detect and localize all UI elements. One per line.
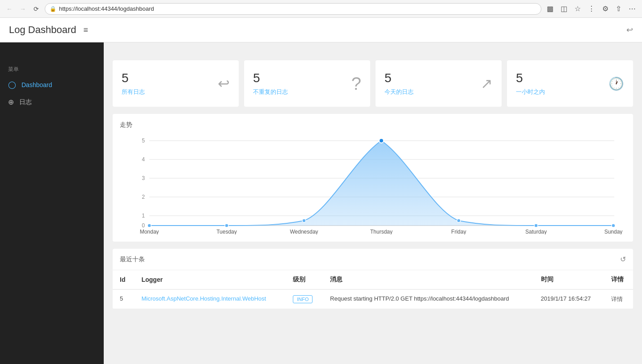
stat-number-hour: 5 xyxy=(516,71,545,85)
level-badge: INFO xyxy=(293,295,313,303)
browser-chrome: ← → ⟳ 🔒 https://localhost:44344/logdashb… xyxy=(0,0,642,18)
svg-text:1: 1 xyxy=(142,213,145,219)
sidebar-item-logs[interactable]: ⊕ 日志 xyxy=(0,93,104,111)
detail-link[interactable]: 详情 xyxy=(611,296,623,302)
svg-text:Saturday: Saturday xyxy=(525,229,547,234)
stat-info-all: 5 所有日志 xyxy=(122,71,145,96)
svg-point-18 xyxy=(534,224,538,227)
chart-title: 走势 xyxy=(120,121,626,129)
stat-label-unique: 不重复的日志 xyxy=(253,88,288,96)
chart-card: 走势 5 4 3 2 1 0 xyxy=(113,114,633,242)
all-logs-icon: ↩ xyxy=(218,75,230,92)
browser-favorite-star[interactable]: ☆ xyxy=(573,4,583,14)
stat-card-today-logs: 5 今天的日志 ↗ xyxy=(376,60,502,107)
cell-level: INFO xyxy=(286,289,323,309)
logs-table: Id Logger 级别 消息 时间 详情 5 Microsoft.AspNet… xyxy=(113,270,633,309)
browser-share-btn[interactable]: ⇧ xyxy=(614,4,623,14)
table-header-row: Id Logger 级别 消息 时间 详情 xyxy=(113,270,633,289)
svg-point-17 xyxy=(457,219,460,222)
svg-point-13 xyxy=(148,224,151,227)
browser-forward-btn[interactable]: → xyxy=(18,4,28,14)
browser-url: https://localhost:44344/logdashboard xyxy=(59,5,154,12)
svg-text:4: 4 xyxy=(142,156,145,163)
app-container: 菜单 ◯ Dashboard ⊕ 日志 5 所有日志 ↩ 5 不重复的日志 xyxy=(0,18,642,364)
lock-icon: 🔒 xyxy=(50,6,56,12)
svg-point-14 xyxy=(225,224,228,227)
page-header: Log Dashboard ≡ ↩ xyxy=(0,18,642,42)
browser-back-btn[interactable]: ← xyxy=(4,4,14,14)
stat-card-all-logs: 5 所有日志 ↩ xyxy=(113,60,239,107)
sidebar-logs-icon: ⊕ xyxy=(8,98,14,106)
table-header: 最近十条 ↺ xyxy=(113,249,633,270)
table-card: 最近十条 ↺ Id Logger 级别 消息 时间 详情 5 xyxy=(113,249,633,309)
stats-row: 5 所有日志 ↩ 5 不重复的日志 ? 5 今天的日志 ↗ xyxy=(113,60,633,107)
sidebar-dashboard-icon: ◯ xyxy=(8,80,16,89)
stat-card-hour-logs: 5 一小时之内 🕐 xyxy=(507,60,633,107)
svg-point-15 xyxy=(302,219,306,222)
col-time: 时间 xyxy=(534,270,604,289)
menu-toggle-button[interactable]: ≡ xyxy=(83,25,88,35)
cell-detail: 详情 xyxy=(604,289,633,309)
svg-point-19 xyxy=(612,224,615,227)
stat-label-hour: 一小时之内 xyxy=(516,88,545,96)
svg-text:Monday: Monday xyxy=(140,229,159,234)
sidebar: 菜单 ◯ Dashboard ⊕ 日志 xyxy=(0,18,104,364)
main-content: 5 所有日志 ↩ 5 不重复的日志 ? 5 今天的日志 ↗ xyxy=(104,18,642,364)
browser-profile-btn[interactable]: ⚙ xyxy=(600,4,610,14)
svg-text:Friday: Friday xyxy=(451,229,466,234)
browser-extensions-btn[interactable]: ▩ xyxy=(545,4,555,14)
trend-chart: 5 4 3 2 1 0 xyxy=(120,136,626,234)
table-refresh-button[interactable]: ↺ xyxy=(620,255,626,264)
stat-card-unique-logs: 5 不重复的日志 ? xyxy=(244,60,370,107)
cell-message: Request starting HTTP/2.0 GET https://lo… xyxy=(323,289,533,309)
sidebar-item-dashboard[interactable]: ◯ Dashboard xyxy=(0,76,104,93)
svg-text:5: 5 xyxy=(142,138,145,144)
table-title: 最近十条 xyxy=(120,255,145,264)
cell-time: 2019/1/17 16:54:27 xyxy=(534,289,604,309)
logger-link[interactable]: Microsoft.AspNetCore.Hosting.Internal.We… xyxy=(141,295,266,302)
svg-text:Tuesday: Tuesday xyxy=(216,229,237,234)
col-detail: 详情 xyxy=(604,270,633,289)
stat-number-today: 5 xyxy=(384,71,414,85)
stat-label-all: 所有日志 xyxy=(122,88,145,96)
browser-address-bar[interactable]: 🔒 https://localhost:44344/logdashboard xyxy=(45,3,541,15)
back-icon-button[interactable]: ↩ xyxy=(626,25,633,35)
svg-text:2: 2 xyxy=(142,194,145,200)
today-logs-icon: ↗ xyxy=(481,75,493,92)
col-id: Id xyxy=(113,270,134,289)
svg-text:0: 0 xyxy=(142,222,145,229)
svg-text:Sunday: Sunday xyxy=(604,229,623,234)
browser-split-btn[interactable]: ◫ xyxy=(559,4,569,14)
svg-point-16 xyxy=(379,138,384,143)
hour-logs-icon: 🕐 xyxy=(608,76,624,91)
sidebar-item-logs-label: 日志 xyxy=(19,98,32,106)
stat-info-unique: 5 不重复的日志 xyxy=(253,71,288,96)
browser-refresh-btn[interactable]: ⟳ xyxy=(31,4,41,14)
svg-text:3: 3 xyxy=(142,175,145,181)
unique-logs-icon: ? xyxy=(351,74,361,94)
stat-number-all: 5 xyxy=(122,71,145,85)
cell-logger: Microsoft.AspNetCore.Hosting.Internal.We… xyxy=(134,289,286,309)
col-level: 级别 xyxy=(286,270,323,289)
cell-id: 5 xyxy=(113,289,134,309)
page-title: Log Dashboard xyxy=(9,24,76,36)
svg-text:Thursday: Thursday xyxy=(370,229,393,234)
stat-info-today: 5 今天的日志 xyxy=(384,71,414,96)
page-header-right: ↩ xyxy=(626,25,633,35)
browser-more-btn[interactable]: ⋯ xyxy=(627,4,638,14)
browser-actions: ▩ ◫ ☆ ⋮ ⚙ ⇧ ⋯ xyxy=(545,4,638,14)
svg-text:Wednesday: Wednesday xyxy=(290,229,318,234)
sidebar-item-dashboard-label: Dashboard xyxy=(21,81,52,88)
col-message: 消息 xyxy=(323,270,533,289)
browser-settings-btn[interactable]: ⋮ xyxy=(586,4,597,14)
sidebar-section-label: 菜单 xyxy=(0,60,104,76)
col-logger: Logger xyxy=(134,270,286,289)
chart-area: 5 4 3 2 1 0 xyxy=(120,136,626,234)
stat-info-hour: 5 一小时之内 xyxy=(516,71,545,96)
stat-label-today: 今天的日志 xyxy=(384,88,414,96)
stat-number-unique: 5 xyxy=(253,71,288,85)
table-row: 5 Microsoft.AspNetCore.Hosting.Internal.… xyxy=(113,289,633,309)
